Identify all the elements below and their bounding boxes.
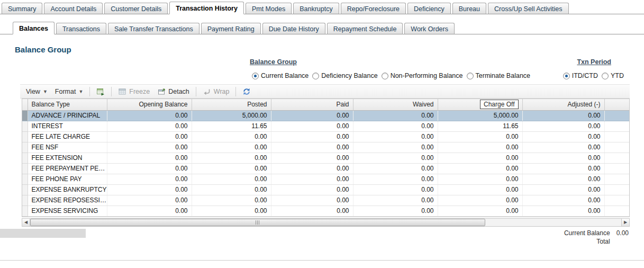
radio-non-performing-balance[interactable]: Non-Performing Balance <box>382 72 463 79</box>
row-selector[interactable] <box>22 110 28 121</box>
refresh-button[interactable] <box>239 86 255 97</box>
radio-deficiency-balance[interactable]: Deficiency Balance <box>312 72 377 79</box>
row-selector[interactable] <box>22 195 28 206</box>
tab-transactions[interactable]: Transactions <box>56 23 106 34</box>
table-row[interactable]: ADVANCE / PRINCIPAL0.005,000.000.000.005… <box>22 110 629 121</box>
tab-customer-details[interactable]: Customer Details <box>104 3 168 14</box>
cell-value[interactable]: 0.00 <box>107 131 192 142</box>
tab-repayment-schedule[interactable]: Repayment Schedule <box>327 23 403 34</box>
cell-value[interactable]: 11.65 <box>192 121 271 131</box>
radio-terminate-balance[interactable]: Terminate Balance <box>467 72 531 79</box>
detach-button[interactable]: Detach <box>153 86 193 97</box>
row-selector[interactable] <box>22 174 28 184</box>
cell-value[interactable]: 0.00 <box>353 110 438 121</box>
cell-value[interactable]: 0.00 <box>107 195 192 206</box>
cell-value[interactable]: 0.00 <box>271 153 353 163</box>
wrap-button[interactable]: Wrap <box>199 86 233 97</box>
view-menu-button[interactable]: View ▼ <box>22 86 51 97</box>
cell-value[interactable]: 0.00 <box>271 142 353 153</box>
cell-value[interactable]: 0.00 <box>522 206 604 216</box>
cell-value[interactable]: 0.00 <box>192 184 271 195</box>
cell-value[interactable]: 0.00 <box>438 163 522 174</box>
freeze-button[interactable]: Freeze <box>114 86 153 97</box>
cell-value[interactable]: 0.00 <box>107 206 192 216</box>
cell-balance-type[interactable]: FEE EXTENSION <box>28 153 107 163</box>
cell-value[interactable]: 0.00 <box>192 163 271 174</box>
cell-value[interactable]: 0.00 <box>353 131 438 142</box>
tab-summary[interactable]: Summary <box>2 3 42 14</box>
cell-balance-type[interactable]: EXPENSE SERVICING <box>28 206 107 216</box>
tab-cross-up-sell-activities[interactable]: Cross/Up Sell Activities <box>488 3 569 14</box>
cell-balance-type[interactable]: EXPENSE REPOSESSI… <box>28 195 107 206</box>
cell-value[interactable]: 5,000.00 <box>438 110 522 121</box>
scroll-right-arrow[interactable]: ▶ <box>621 219 629 226</box>
cell-value[interactable]: 0.00 <box>353 195 438 206</box>
format-menu-button[interactable]: Format ▼ <box>51 86 87 97</box>
table-row[interactable]: FEE NSF0.000.000.000.000.000.00 <box>22 142 629 153</box>
row-selector[interactable] <box>22 153 28 163</box>
cell-value[interactable]: 0.00 <box>271 184 353 195</box>
cell-value[interactable]: 0.00 <box>522 142 604 153</box>
column-header-waived[interactable]: Waived <box>353 99 438 110</box>
cell-value[interactable]: 0.00 <box>353 163 438 174</box>
cell-value[interactable]: 0.00 <box>192 195 271 206</box>
cell-value[interactable]: 0.00 <box>107 121 192 131</box>
cell-value[interactable]: 0.00 <box>192 206 271 216</box>
column-header-paid[interactable]: Paid <box>271 99 353 110</box>
cell-value[interactable]: 11.65 <box>438 121 522 131</box>
cell-value[interactable]: 0.00 <box>353 153 438 163</box>
scrollbar-track[interactable] <box>30 219 621 226</box>
table-row[interactable]: EXPENSE BANKRUPTCY0.000.000.000.000.000.… <box>22 184 629 195</box>
cell-value[interactable]: 0.00 <box>353 174 438 184</box>
cell-value[interactable]: 0.00 <box>522 174 604 184</box>
cell-value[interactable]: 0.00 <box>438 131 522 142</box>
cell-value[interactable]: 0.00 <box>107 174 192 184</box>
cell-value[interactable]: 0.00 <box>107 153 192 163</box>
tab-bureau[interactable]: Bureau <box>452 3 486 14</box>
horizontal-scrollbar[interactable]: ◀ ▶ <box>22 218 630 227</box>
table-row[interactable]: FEE PREPAYMENT PE…0.000.000.000.000.000.… <box>22 163 629 174</box>
tab-pmt-modes[interactable]: Pmt Modes <box>246 3 292 14</box>
cell-value[interactable]: 0.00 <box>192 153 271 163</box>
table-row[interactable]: FEE EXTENSION0.000.000.000.000.000.00 <box>22 153 629 163</box>
cell-value[interactable]: 0.00 <box>192 131 271 142</box>
cell-value[interactable]: 0.00 <box>107 163 192 174</box>
radio-ytd[interactable]: YTD <box>602 72 624 79</box>
cell-value[interactable]: 0.00 <box>522 131 604 142</box>
row-selector[interactable] <box>22 142 28 153</box>
cell-value[interactable]: 0.00 <box>438 174 522 184</box>
cell-value[interactable]: 0.00 <box>271 163 353 174</box>
tab-due-date-history[interactable]: Due Date History <box>262 23 325 34</box>
cell-value[interactable]: 0.00 <box>192 174 271 184</box>
cell-value[interactable]: 0.00 <box>522 110 604 121</box>
column-header-charge-off-label[interactable]: Charge Off <box>480 100 518 109</box>
cell-balance-type[interactable]: INTEREST <box>28 121 107 131</box>
cell-balance-type[interactable]: FEE NSF <box>28 142 107 153</box>
tab-balances[interactable]: Balances <box>13 22 55 34</box>
cell-value[interactable]: 0.00 <box>438 206 522 216</box>
table-row[interactable]: EXPENSE REPOSESSI…0.000.000.000.000.000.… <box>22 195 629 206</box>
cell-value[interactable]: 0.00 <box>438 195 522 206</box>
tab-payment-rating[interactable]: Payment Rating <box>201 23 261 34</box>
tab-account-details[interactable]: Account Details <box>44 3 103 14</box>
cell-value[interactable]: 0.00 <box>192 142 271 153</box>
cell-value[interactable]: 0.00 <box>271 121 353 131</box>
cell-value[interactable]: 0.00 <box>271 206 353 216</box>
cell-value[interactable]: 0.00 <box>271 174 353 184</box>
cell-balance-type[interactable]: FEE PREPAYMENT PE… <box>28 163 107 174</box>
column-header-charge-off[interactable]: Charge Off <box>438 99 522 110</box>
column-header-opening-balance[interactable]: Opening Balance <box>107 99 192 110</box>
tab-transaction-history[interactable]: Transaction History <box>169 2 244 14</box>
table-row[interactable]: FEE PHONE PAY0.000.000.000.000.000.00 <box>22 174 629 184</box>
column-header-balance-type[interactable]: Balance Type <box>28 99 107 110</box>
cell-value[interactable]: 0.00 <box>522 121 604 131</box>
tab-repo-foreclosure[interactable]: Repo/Foreclosure <box>341 3 406 14</box>
table-row[interactable]: INTEREST0.0011.650.000.0011.650.00 <box>22 121 629 131</box>
row-selector[interactable] <box>22 206 28 216</box>
row-selector[interactable] <box>22 121 28 131</box>
column-header-posted[interactable]: Posted <box>192 99 271 110</box>
cell-value[interactable]: 0.00 <box>271 110 353 121</box>
cell-value[interactable]: 5,000.00 <box>192 110 271 121</box>
cell-value[interactable]: 0.00 <box>353 206 438 216</box>
cell-value[interactable]: 0.00 <box>522 184 604 195</box>
